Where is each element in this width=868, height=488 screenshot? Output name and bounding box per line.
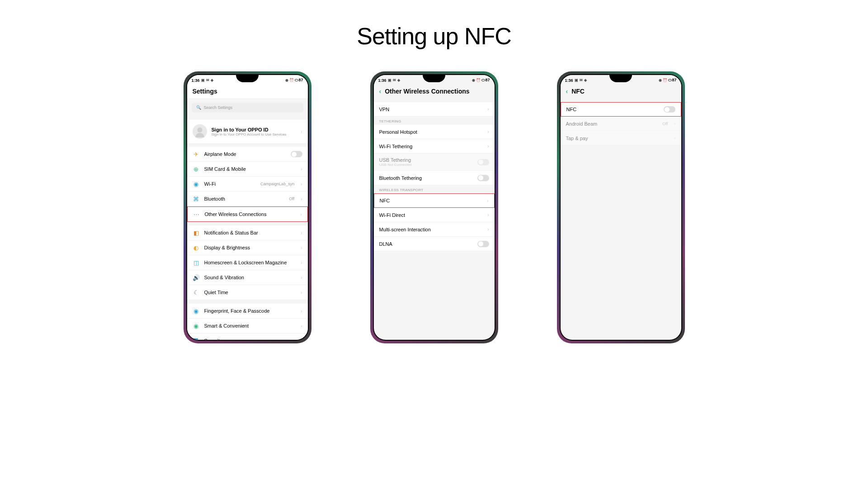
status-camera-icon: ▣ xyxy=(201,78,205,82)
chevron-right-icon: › xyxy=(301,129,302,134)
row-label: Tap & pay xyxy=(566,136,670,141)
header-bar: Settings xyxy=(187,84,308,99)
page-title: Setting up NFC xyxy=(0,0,868,50)
chevron-right-icon: › xyxy=(674,121,675,126)
chevron-right-icon: › xyxy=(300,212,302,217)
row-tap-pay: Tap & pay › xyxy=(561,131,681,145)
row-label: SIM Card & Mobile xyxy=(204,166,297,172)
row-label: Personal Hotspot xyxy=(379,129,483,135)
usb-toggle xyxy=(477,159,489,165)
phone-2: 1:36 ▣ ✉ ◈ ◉ ⏰ ⬭87 ‹ Other Wireless Conn… xyxy=(370,71,498,343)
profile-signin[interactable]: Sign in to Your OPPO ID Sign in to Your … xyxy=(187,120,308,143)
row-label: Quiet Time xyxy=(204,290,297,295)
chevron-right-icon: › xyxy=(301,167,302,172)
airplane-toggle[interactable] xyxy=(291,151,302,157)
row-smart[interactable]: ◉ Smart & Convenient › xyxy=(187,319,308,333)
status-wifi-icon: ◈ xyxy=(397,78,400,82)
chevron-right-icon: › xyxy=(487,144,489,149)
row-value: CampaignLab_syn xyxy=(260,182,294,186)
search-placeholder: Search Settings xyxy=(204,105,233,110)
row-bluetooth[interactable]: ⌘ Bluetooth Off › xyxy=(187,192,308,206)
row-label: Multi-screen Interaction xyxy=(379,227,483,232)
status-wifi-icon: ◈ xyxy=(584,78,587,82)
fingerprint-icon: ◉ xyxy=(193,307,200,314)
row-sound[interactable]: 🔊 Sound & Vibration › xyxy=(187,270,308,285)
status-signal-icon: ◉ xyxy=(659,78,662,82)
chevron-right-icon: › xyxy=(487,212,489,217)
row-wifi-direct[interactable]: Wi-Fi Direct › xyxy=(374,208,495,222)
status-signal-icon: ◉ xyxy=(285,78,288,82)
row-label: Sound & Vibration xyxy=(204,275,297,280)
row-hotspot[interactable]: Personal Hotspot › xyxy=(374,125,495,139)
wifi-icon: ◉ xyxy=(193,180,200,188)
row-quiet[interactable]: ☾ Quiet Time › xyxy=(187,285,308,300)
chevron-right-icon: › xyxy=(674,136,675,141)
row-notif[interactable]: ◧ Notification & Status Bar › xyxy=(187,225,308,240)
dlna-toggle[interactable] xyxy=(477,241,489,247)
row-usb-tether: USB Tethering USB Not Connected xyxy=(374,154,495,171)
row-wifi-tether[interactable]: Wi-Fi Tethering › xyxy=(374,139,495,154)
status-battery: ⬭87 xyxy=(295,78,303,83)
nfc-toggle[interactable] xyxy=(664,106,675,113)
row-label: VPN xyxy=(379,107,483,112)
row-label: NFC xyxy=(566,107,659,112)
row-home[interactable]: ◫ Homescreen & Lockscreen Magazine › xyxy=(187,255,308,270)
row-other-wireless[interactable]: ⋯ Other Wireless Connections › xyxy=(187,206,308,222)
status-msg-icon: ✉ xyxy=(206,78,209,82)
row-label: Wi-Fi xyxy=(204,181,256,187)
phone-3: 1:36 ▣ ✉ ◈ ◉ ⏰ ⬭87 ‹ NFC NFC xyxy=(557,71,685,343)
row-android-beam: Android Beam Off › xyxy=(561,117,681,131)
chevron-right-icon: › xyxy=(301,197,302,202)
row-bt-tether[interactable]: Bluetooth Tethering xyxy=(374,171,495,185)
avatar-icon xyxy=(193,124,207,139)
row-label: Other Wireless Connections xyxy=(205,211,296,217)
row-label: Wi-Fi Direct xyxy=(379,212,483,218)
row-label: Security xyxy=(204,338,297,340)
row-security[interactable]: ⛊ Security › xyxy=(187,333,308,340)
row-airplane[interactable]: ✈ Airplane Mode xyxy=(187,147,308,162)
airplane-icon: ✈ xyxy=(193,150,200,158)
back-button[interactable]: ‹ xyxy=(379,88,382,95)
profile-title: Sign in to Your OPPO ID xyxy=(212,127,297,132)
chevron-right-icon: › xyxy=(487,198,488,203)
header-title: Settings xyxy=(193,88,217,95)
chevron-right-icon: › xyxy=(301,245,302,250)
chevron-right-icon: › xyxy=(487,107,489,112)
row-dlna[interactable]: DLNA xyxy=(374,237,495,251)
other-icon: ⋯ xyxy=(193,211,200,218)
chevron-right-icon: › xyxy=(301,260,302,265)
search-input[interactable]: 🔍 Search Settings xyxy=(192,103,303,113)
notification-icon: ◧ xyxy=(193,229,200,236)
chevron-right-icon: › xyxy=(301,338,302,340)
row-fingerprint[interactable]: ◉ Fingerprint, Face & Passcode › xyxy=(187,304,308,319)
row-label: Smart & Convenient xyxy=(204,323,297,328)
brightness-icon: ◐ xyxy=(193,244,200,251)
status-time: 1:36 xyxy=(565,78,573,83)
chevron-right-icon: › xyxy=(301,324,302,328)
status-msg-icon: ✉ xyxy=(580,78,583,82)
chevron-right-icon: › xyxy=(301,309,302,314)
smart-icon: ◉ xyxy=(193,322,200,329)
search-icon: 🔍 xyxy=(196,105,201,110)
back-button[interactable]: ‹ xyxy=(566,88,568,95)
phones-container: 1:36 ▣ ✉ ◈ ◉ ⏰ ⬭87 Settings 🔍 Search Set… xyxy=(0,71,868,343)
status-signal-icon: ◉ xyxy=(472,78,475,82)
status-alarm-icon: ⏰ xyxy=(476,78,481,82)
chevron-right-icon: › xyxy=(487,129,489,134)
row-nfc-toggle[interactable]: NFC xyxy=(561,102,681,117)
row-nfc[interactable]: NFC › xyxy=(374,193,495,208)
row-label: DLNA xyxy=(379,241,473,247)
status-battery: ⬭87 xyxy=(481,78,490,83)
row-wifi[interactable]: ◉ Wi-Fi CampaignLab_syn › xyxy=(187,177,308,192)
row-value: Off xyxy=(662,122,668,126)
row-label: NFC xyxy=(380,198,483,203)
row-display[interactable]: ◐ Display & Brightness › xyxy=(187,240,308,255)
chevron-right-icon: › xyxy=(301,275,302,280)
row-label: Display & Brightness xyxy=(204,245,297,250)
row-sim[interactable]: ⊕ SIM Card & Mobile › xyxy=(187,162,308,177)
row-multiscreen[interactable]: Multi-screen Interaction › xyxy=(374,222,495,237)
shield-icon: ⛊ xyxy=(193,337,200,340)
bt-tether-toggle[interactable] xyxy=(477,175,489,181)
status-time: 1:36 xyxy=(192,78,200,83)
row-vpn[interactable]: VPN › xyxy=(374,102,495,117)
